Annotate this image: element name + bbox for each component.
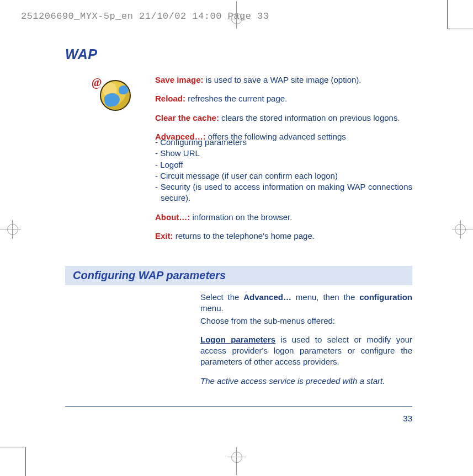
text: menu, then the [291,292,359,302]
list-item: - Security (is used to access informatio… [155,181,412,204]
item-text: clears the stored information on previou… [221,113,400,122]
item-label: Reload: [155,94,185,103]
section-line: Select the Advanced… menu, then the conf… [200,292,412,314]
item-label: Save image: [155,75,204,84]
list-item: - Logoff [155,159,412,170]
item-text: information on the browser. [192,212,292,222]
item-label: Exit: [155,231,173,240]
italic-note: The active access service is preceded wi… [200,376,412,387]
text: menu. [200,303,224,313]
page-title: WAP [65,46,412,62]
item-label: About…: [155,212,190,222]
advanced-sublist: - Configuring parameters - Show URL - Lo… [155,137,412,204]
item-label: Clear the cache: [155,113,219,122]
page-number: 33 [403,414,412,423]
item-reload: Reload: refreshes the current page. [155,93,412,104]
section-body: Select the Advanced… menu, then the conf… [200,292,412,387]
logon-parameters-label: Logon parameters [200,335,275,344]
icon-column: @ [65,74,134,249]
definition-list: Save image: is used to save a WAP site i… [155,74,412,249]
item-text: returns to the telephone's home page. [176,231,315,240]
list-item: - Circuit message (if user can confirm e… [155,170,412,181]
globe-at-icon: @ [90,78,134,112]
item-clear-cache: Clear the cache: clears the stored infor… [155,113,412,124]
item-about: About…: information on the browser. [155,212,412,223]
page-content: WAP @ Save image: is used to save a WAP … [65,46,412,426]
item-save-image: Save image: is used to save a WAP site i… [155,74,412,85]
list-item: - Show URL [155,148,412,159]
text-bold: Advanced… [243,292,291,302]
section-paragraph: Logon parameters is used to select or mo… [200,334,412,368]
prepress-header: 251206690_MYX-5p_en 21/10/02 14:00 Page … [21,11,269,22]
item-exit: Exit: returns to the telephone's home pa… [155,231,412,242]
item-text: refreshes the current page. [188,94,287,103]
text-bold: configuration [359,292,412,302]
text: Select the [200,292,243,302]
section-heading: Configuring WAP parameters [65,266,412,285]
section-line: Choose from the sub-menus offered: [200,315,412,327]
item-text: is used to save a WAP site image (option… [206,75,362,84]
footer-rule [65,406,412,407]
